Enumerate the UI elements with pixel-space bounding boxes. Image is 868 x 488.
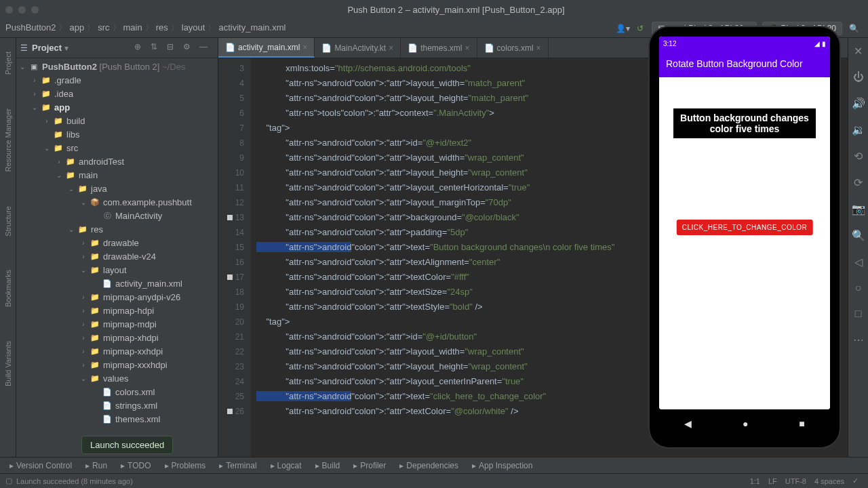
max-traffic-light[interactable]: [31, 6, 39, 14]
project-tree[interactable]: ⌄▣ PushButton2 [Push Button 2] ~/Des ›📁.…: [16, 58, 218, 457]
tree-item[interactable]: ›📁mipmap-xhdpi: [16, 331, 218, 344]
min-traffic-light[interactable]: [18, 6, 26, 14]
project-tree-panel: ☰ Project ▾ ⊕ ⇅ ⊟ ⚙ — ⌄▣ PushButton2 [Pu…: [16, 38, 218, 457]
breadcrumb-item[interactable]: main: [123, 22, 142, 33]
emulator-device[interactable]: 3:12◢ ▮ Rotate Button Background Color B…: [650, 27, 840, 447]
overview-icon[interactable]: □: [855, 308, 862, 320]
tree-item[interactable]: ⌄📁main: [16, 168, 218, 182]
tree-item[interactable]: ⌄📦com.example.pushbutt: [16, 195, 218, 209]
editor-tab[interactable]: 📄activity_main.xml×: [218, 38, 315, 58]
bottom-tab[interactable]: ▸Build: [310, 461, 346, 470]
gutter-build-variants[interactable]: Build Variants: [4, 341, 12, 386]
bottom-tab[interactable]: ▸TODO: [115, 461, 156, 470]
expand-icon[interactable]: ⇅: [151, 42, 163, 54]
hide-icon[interactable]: —: [199, 42, 212, 54]
gutter-resource-manager[interactable]: Resource Manager: [4, 108, 12, 172]
close-icon[interactable]: ×: [389, 43, 393, 53]
close-icon[interactable]: ×: [302, 43, 307, 52]
close-icon[interactable]: ×: [536, 43, 541, 53]
bottom-tab[interactable]: ▸Profiler: [348, 461, 391, 470]
breadcrumb-item[interactable]: activity_main.xml: [218, 22, 285, 33]
phone-back-icon[interactable]: ◀: [684, 418, 692, 429]
tree-item[interactable]: ⌄📁src: [16, 141, 218, 155]
editor-tab[interactable]: 📄colors.xml×: [477, 38, 549, 58]
close-traffic-light[interactable]: [5, 6, 13, 14]
tree-item[interactable]: ⌄📁layout: [16, 263, 218, 277]
zoom-in-icon[interactable]: 🔍: [852, 229, 865, 242]
window-controls[interactable]: [5, 6, 39, 14]
editor-tab[interactable]: 📄MainActivity.kt×: [315, 38, 401, 58]
breadcrumb-item[interactable]: PushButton2: [5, 22, 56, 33]
select-opened-icon[interactable]: ⊕: [134, 42, 146, 54]
bottom-tab[interactable]: ▸Problems: [159, 461, 212, 470]
close-icon[interactable]: ×: [465, 43, 470, 53]
sync-icon[interactable]: ↺: [633, 21, 648, 36]
gutter-bookmarks[interactable]: Bookmarks: [4, 270, 12, 307]
editor-tab[interactable]: 📄themes.xml×: [401, 38, 477, 58]
breadcrumb-item[interactable]: src: [98, 22, 109, 33]
status-square-icon[interactable]: ▢: [5, 476, 12, 485]
home-icon[interactable]: ○: [855, 282, 862, 294]
tree-item[interactable]: ›📁androidTest: [16, 155, 218, 168]
line-sep[interactable]: LF: [768, 477, 777, 485]
search-icon[interactable]: 🔍: [846, 21, 861, 36]
rotate-right-icon[interactable]: ⟳: [854, 176, 863, 189]
encoding[interactable]: UTF-8: [785, 477, 806, 485]
tree-item[interactable]: ›📁mipmap-xxhdpi: [16, 344, 218, 358]
dropdown-icon[interactable]: ▾: [64, 43, 68, 53]
tree-item[interactable]: ›📁mipmap-hdpi: [16, 304, 218, 317]
bottom-tab[interactable]: ▸App Inspection: [467, 461, 538, 470]
tree-item[interactable]: 📄colors.xml: [16, 385, 218, 399]
tree-item[interactable]: ⌄📁java: [16, 182, 218, 195]
tree-item[interactable]: ›📁build: [16, 114, 218, 127]
breadcrumb-item[interactable]: app: [69, 22, 84, 33]
camera-icon[interactable]: 📷: [852, 203, 865, 216]
tree-item[interactable]: ›📁mipmap-mdpi: [16, 317, 218, 331]
tree-item[interactable]: ›📁drawable-v24: [16, 249, 218, 263]
gear-icon[interactable]: ⚙: [183, 42, 195, 54]
project-header-title[interactable]: Project: [32, 43, 62, 53]
line-gutter[interactable]: 3456789101112 13141516 17181920212223242…: [218, 58, 251, 457]
volume-up-icon[interactable]: 🔊: [852, 97, 865, 110]
tree-item[interactable]: ›📁.idea: [16, 87, 218, 100]
tree-item[interactable]: ›📁mipmap-xxxhdpi: [16, 358, 218, 371]
breadcrumb-item[interactable]: layout: [182, 22, 205, 33]
more-icon[interactable]: ⋯: [853, 333, 864, 346]
caret-pos[interactable]: 1:1: [750, 477, 760, 485]
tree-item[interactable]: 📁libs: [16, 127, 218, 141]
rotate-left-icon[interactable]: ⟲: [854, 150, 863, 163]
collapse-icon[interactable]: ⊟: [167, 42, 179, 54]
indent[interactable]: 4 spaces: [814, 477, 844, 485]
status-bar: ▢ Launch succeeded (8 minutes ago) 1:1 L…: [0, 473, 868, 488]
tree-item[interactable]: ⓒMainActivity: [16, 209, 218, 222]
power-icon[interactable]: ⏻: [853, 71, 864, 83]
tree-item[interactable]: 📄themes.xml: [16, 412, 218, 426]
bottom-tab[interactable]: ▸Version Control: [4, 461, 77, 470]
gutter-structure[interactable]: Structure: [4, 206, 12, 237]
tree-item[interactable]: ›📁drawable: [16, 236, 218, 249]
phone-recent-icon[interactable]: ■: [799, 418, 804, 429]
phone-change-color-button[interactable]: CLICK_HERE_TO_CHANGE_COLOR: [677, 220, 813, 235]
user-icon[interactable]: 👤▾: [615, 21, 630, 36]
close-icon[interactable]: ✕: [854, 45, 863, 58]
tree-item[interactable]: ›📁.gradle: [16, 73, 218, 87]
tree-item[interactable]: ›📁mipmap-anydpi-v26: [16, 290, 218, 304]
tree-item[interactable]: 📄strings.xml: [16, 399, 218, 412]
bottom-tab[interactable]: ▸Logcat: [265, 461, 307, 470]
emulator-screen[interactable]: 3:12◢ ▮ Rotate Button Background Color B…: [659, 37, 830, 409]
tree-root[interactable]: ⌄▣ PushButton2 [Push Button 2] ~/Des: [16, 60, 218, 73]
gutter-project[interactable]: Project: [4, 52, 12, 75]
back-icon[interactable]: ◁: [854, 256, 863, 268]
phone-home-icon[interactable]: ●: [743, 418, 748, 429]
phone-nav-bar[interactable]: ◀ ● ■: [659, 409, 830, 438]
tree-item[interactable]: ⌄📁res: [16, 222, 218, 236]
bottom-tab[interactable]: ▸Dependencies: [394, 461, 464, 470]
bottom-tab[interactable]: ▸Run: [80, 461, 113, 470]
inspections-icon[interactable]: ✓: [852, 476, 859, 485]
volume-down-icon[interactable]: 🔉: [852, 123, 865, 136]
bottom-tab[interactable]: ▸Terminal: [214, 461, 262, 470]
breadcrumb-item[interactable]: res: [156, 22, 168, 33]
tree-item[interactable]: ⌄📁app: [16, 100, 218, 114]
tree-item[interactable]: ⌄📁values: [16, 371, 218, 385]
tree-item[interactable]: 📄activity_main.xml: [16, 277, 218, 290]
